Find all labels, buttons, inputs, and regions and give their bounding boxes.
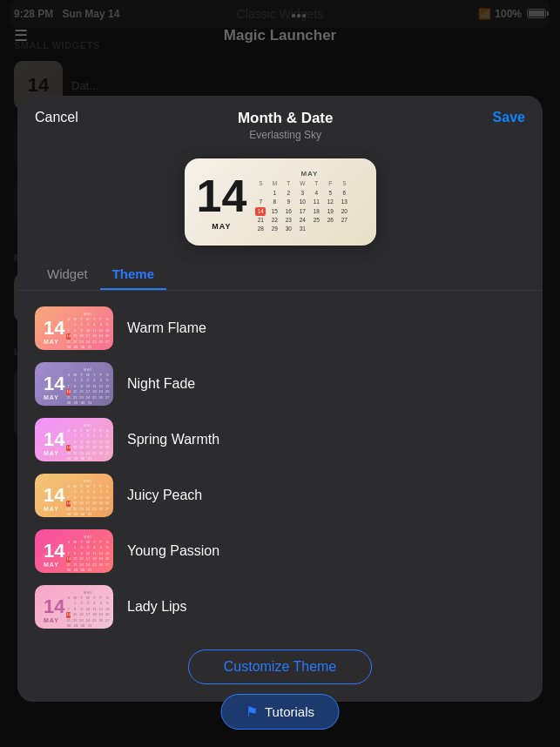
theme-item-young-passion[interactable]: 14 MAY MAY SMTWTFS 123456 78910111213	[35, 524, 525, 578]
theme-item-warm-flame[interactable]: 14 MAY MAY SMTWTFS 123456 78910111213	[35, 301, 525, 355]
theme-thumb-juicy-peach: 14 MAY MAY SMTWTFS 123456 78910111213	[35, 474, 113, 517]
theme-list: 14 MAY MAY SMTWTFS 123456 78910111213	[17, 298, 543, 637]
theme-name-warm-flame: Warm Flame	[127, 320, 206, 336]
theme-item-spring-warmth[interactable]: 14 MAY MAY SMTWTFS 123456 78910111213	[35, 413, 525, 467]
modal-subtitle: Everlasting Sky	[238, 129, 334, 141]
preview-widget: 14 MAY MAY S M T W T F S	[185, 158, 376, 246]
theme-item-night-fade[interactable]: 14 MAY MAY SMTWTFS 123456 78910111213	[35, 357, 525, 411]
modal-title-block: Month & Date Everlasting Sky	[238, 110, 334, 141]
tutorials-icon: ⚑	[246, 703, 258, 720]
preview-day-number: 14	[197, 173, 247, 219]
modal-tabs: Widget Theme	[17, 259, 543, 291]
modal-header: Cancel Month & Date Everlasting Sky Save	[17, 96, 543, 150]
preview-container: 14 MAY MAY S M T W T F S	[17, 150, 543, 259]
tab-widget[interactable]: Widget	[35, 259, 100, 290]
preview-calendar-grid: MAY S M T W T F S 1 2 3	[255, 170, 363, 233]
theme-name-juicy-peach: Juicy Peach	[127, 488, 202, 503]
preview-month-label: MAY	[212, 222, 231, 231]
theme-thumb-lady-lips: 14 MAY MAY SMTWTFS 123456 78910111213	[35, 585, 113, 629]
tutorials-button[interactable]: ⚑ Tutorials	[220, 694, 340, 730]
customize-theme-button[interactable]: Customize Theme	[188, 649, 373, 684]
theme-thumb-warm-flame: 14 MAY MAY SMTWTFS 123456 78910111213	[35, 306, 113, 350]
theme-name-young-passion: Young Passion	[127, 543, 219, 559]
theme-thumb-night-fade: 14 MAY MAY SMTWTFS 123456 78910111213	[35, 362, 113, 406]
theme-item-lady-lips[interactable]: 14 MAY MAY SMTWTFS 123456 78910111213	[35, 580, 525, 634]
modal-dialog: Cancel Month & Date Everlasting Sky Save…	[17, 96, 543, 702]
theme-name-night-fade: Night Fade	[127, 376, 195, 392]
theme-name-lady-lips: Lady Lips	[127, 599, 187, 615]
customize-btn-container: Customize Theme	[17, 637, 543, 688]
save-button[interactable]: Save	[493, 110, 525, 125]
modal-title: Month & Date	[238, 110, 334, 127]
cancel-button[interactable]: Cancel	[35, 110, 78, 125]
theme-thumb-young-passion: 14 MAY MAY SMTWTFS 123456 78910111213	[35, 529, 113, 573]
tab-theme[interactable]: Theme	[100, 259, 166, 290]
bottom-bar: ⚑ Tutorials	[220, 694, 340, 730]
theme-thumb-spring-warmth: 14 MAY MAY SMTWTFS 123456 78910111213	[35, 418, 113, 461]
theme-item-juicy-peach[interactable]: 14 MAY MAY SMTWTFS 123456 78910111213	[35, 468, 525, 522]
theme-name-spring-warmth: Spring Warmth	[127, 432, 219, 448]
tutorials-label: Tutorials	[265, 704, 314, 719]
